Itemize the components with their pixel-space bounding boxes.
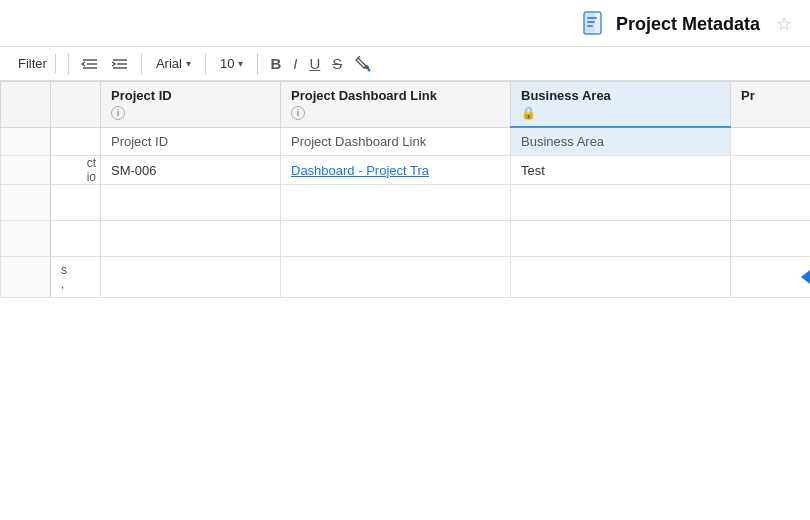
extra-cell bbox=[731, 185, 811, 221]
business-area-cell bbox=[511, 257, 731, 298]
indent-increase-icon bbox=[111, 56, 129, 72]
toolbar-separator-3 bbox=[205, 53, 206, 75]
toolbar-separator-4 bbox=[257, 53, 258, 75]
col-header-project-id-sub: i bbox=[111, 106, 270, 120]
indent-increase-button[interactable] bbox=[105, 53, 135, 75]
svg-rect-3 bbox=[587, 21, 595, 23]
toolbar-separator-2 bbox=[141, 53, 142, 75]
dashboard-link-cell[interactable] bbox=[281, 185, 511, 221]
rownum-cell bbox=[1, 185, 51, 221]
dashboard-link-cell[interactable] bbox=[281, 221, 511, 257]
business-area-cell[interactable]: Business Area bbox=[511, 127, 731, 156]
col-header-dashboard-link-label: Project Dashboard Link bbox=[291, 88, 437, 103]
dashboard-link-cell[interactable] bbox=[281, 257, 511, 298]
indent-decrease-button[interactable] bbox=[75, 53, 105, 75]
dashboard-link-cell[interactable]: Dashboard - Project Tra bbox=[281, 156, 511, 185]
header: Project Metadata ☆ bbox=[0, 0, 810, 47]
underline-button[interactable]: U bbox=[303, 52, 326, 75]
indent-decrease-icon bbox=[81, 56, 99, 72]
font-size-selector[interactable]: 10 ▾ bbox=[212, 54, 251, 73]
col-header-business-area[interactable]: Business Area 🔒 bbox=[511, 82, 731, 128]
project-id-cell[interactable] bbox=[101, 257, 281, 298]
strikethrough-button[interactable]: S bbox=[326, 52, 348, 75]
business-area-cell bbox=[511, 185, 731, 221]
extra-cell bbox=[731, 257, 811, 298]
extra-cell bbox=[731, 127, 811, 156]
col-header-dashboard-link-sub: i bbox=[291, 106, 500, 120]
business-area-lock-icon: 🔒 bbox=[521, 106, 536, 120]
font-family-selector[interactable]: Arial ▾ bbox=[148, 54, 199, 73]
metadata-table: Project ID i Project Dashboard Link i Bu… bbox=[0, 81, 810, 298]
font-family-value: Arial bbox=[156, 56, 182, 71]
table-row bbox=[1, 185, 811, 221]
col-header-project-id-label: Project ID bbox=[111, 88, 172, 103]
table-row: Project ID Project Dashboard Link Busine… bbox=[1, 127, 811, 156]
underline-icon: U bbox=[309, 55, 320, 72]
dashboard-link-anchor[interactable]: Dashboard - Project Tra bbox=[291, 163, 429, 178]
rownum-cell bbox=[1, 221, 51, 257]
italic-button[interactable]: I bbox=[287, 52, 303, 75]
col-header-business-area-label: Business Area bbox=[521, 88, 611, 103]
strikethrough-icon: S bbox=[332, 55, 342, 72]
bold-icon: B bbox=[270, 55, 281, 72]
blue-triangle-indicator bbox=[801, 270, 810, 284]
left-label-cell bbox=[51, 221, 101, 257]
svg-point-12 bbox=[368, 68, 371, 71]
extra-cell bbox=[731, 221, 811, 257]
project-id-cell[interactable]: SM-006 bbox=[101, 156, 281, 185]
col-header-extra[interactable]: Pr bbox=[731, 82, 811, 128]
project-id-cell[interactable] bbox=[101, 185, 281, 221]
project-id-value: Project ID bbox=[111, 134, 168, 149]
project-id-value: SM-006 bbox=[111, 163, 157, 178]
business-area-value: Business Area bbox=[521, 134, 604, 149]
project-id-info-icon: i bbox=[111, 106, 125, 120]
business-area-value: Test bbox=[521, 163, 545, 178]
table-container: Project ID i Project Dashboard Link i Bu… bbox=[0, 81, 810, 499]
col-header-project-id[interactable]: Project ID i bbox=[101, 82, 281, 128]
business-area-cell[interactable]: Test bbox=[511, 156, 731, 185]
table-row: s , bbox=[1, 257, 811, 298]
left-label-cell: ct io bbox=[51, 156, 101, 185]
dashboard-link-cell[interactable]: Project Dashboard Link bbox=[281, 127, 511, 156]
rownum-cell bbox=[1, 257, 51, 298]
extra-cell bbox=[731, 156, 811, 185]
left-label-cell bbox=[51, 127, 101, 156]
bold-button[interactable]: B bbox=[264, 52, 287, 75]
toolbar-separator-1 bbox=[68, 53, 69, 75]
svg-rect-2 bbox=[587, 17, 597, 19]
business-area-cell bbox=[511, 221, 731, 257]
italic-icon: I bbox=[293, 55, 297, 72]
filter-label[interactable]: Filter bbox=[10, 54, 56, 73]
col-header-business-area-sub: 🔒 bbox=[521, 106, 720, 120]
project-id-cell[interactable] bbox=[101, 221, 281, 257]
paint-bucket-icon bbox=[354, 56, 372, 72]
table-row: ct io SM-006 Dashboard - Project Tra Tes… bbox=[1, 156, 811, 185]
project-id-cell[interactable]: Project ID bbox=[101, 127, 281, 156]
rownum-cell bbox=[1, 156, 51, 185]
font-family-caret: ▾ bbox=[186, 58, 191, 69]
project-metadata-icon bbox=[580, 10, 608, 38]
header-title-group: Project Metadata ☆ bbox=[580, 10, 792, 38]
dashboard-link-value: Project Dashboard Link bbox=[291, 134, 426, 149]
rownum-cell bbox=[1, 127, 51, 156]
left-label-cell: s , bbox=[51, 257, 101, 298]
star-icon[interactable]: ☆ bbox=[776, 13, 792, 35]
svg-rect-4 bbox=[587, 25, 593, 27]
table-row bbox=[1, 221, 811, 257]
col-header-rowlabel bbox=[51, 82, 101, 128]
dashboard-link-info-icon: i bbox=[291, 106, 305, 120]
table-header-row: Project ID i Project Dashboard Link i Bu… bbox=[1, 82, 811, 128]
page-title: Project Metadata bbox=[616, 14, 760, 35]
toolbar: Filter Arial ▾ 10 ▾ B I U S bbox=[0, 47, 810, 81]
col-header-rownum bbox=[1, 82, 51, 128]
font-size-caret: ▾ bbox=[238, 58, 243, 69]
font-size-value: 10 bbox=[220, 56, 234, 71]
col-header-dashboard-link[interactable]: Project Dashboard Link i bbox=[281, 82, 511, 128]
left-label-cell bbox=[51, 185, 101, 221]
col-header-extra-label: Pr bbox=[741, 88, 755, 103]
paint-format-button[interactable] bbox=[348, 53, 378, 75]
svg-line-11 bbox=[358, 56, 360, 58]
